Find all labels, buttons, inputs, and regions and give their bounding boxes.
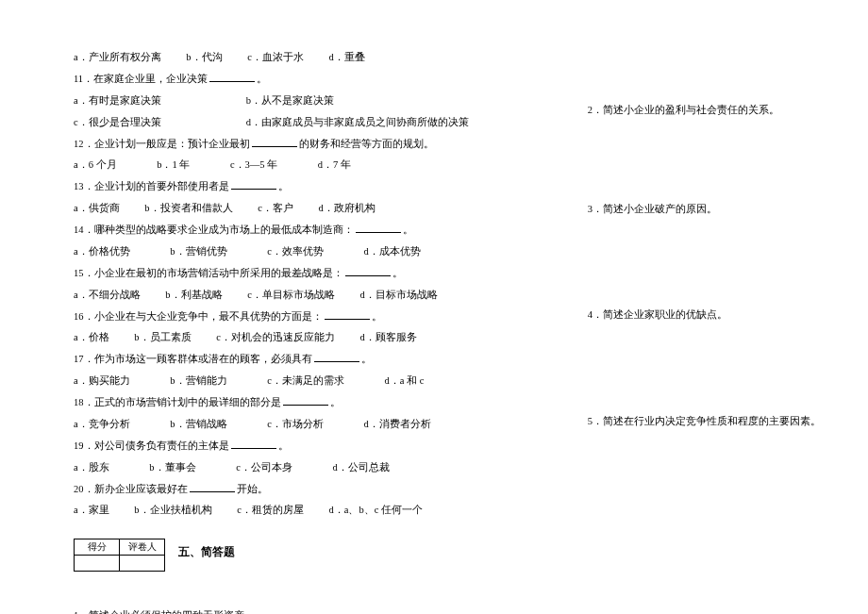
q12-stem: 12．企业计划一般应是：预计企业最初的财务和经营等方面的规划。	[74, 138, 550, 152]
q16-opt-d: d．顾客服务	[359, 332, 416, 342]
short-answer-q1: 1．简述企业必须保护的四种无形资产。	[74, 609, 550, 614]
blank	[356, 224, 401, 233]
q12-opt-a: a．6 个月	[74, 159, 117, 170]
short-answer-q4: 4．简述企业家职业的优缺点。	[588, 308, 849, 323]
q18-options: a．竞争分析 b．营销战略 c．市场分析 d．消费者分析	[74, 418, 550, 432]
blank	[190, 483, 235, 491]
q18-opt-b: b．营销战略	[170, 419, 226, 429]
q15-opt-b: b．利基战略	[165, 290, 222, 300]
q14-stem: 14．哪种类型的战略要求企业成为市场上的最低成本制造商：。	[74, 224, 550, 238]
section-title: 五、简答题	[178, 545, 235, 558]
q17-options: a．购买能力 b．营销能力 c．未满足的需求 d．a 和 c	[74, 374, 550, 389]
left-column: a．产业所有权分离 b．代沟 c．血浓于水 d．重叠 11．在家庭企业里，企业决…	[74, 51, 550, 614]
q20-stem: 20．新办企业应该最好在开始。	[74, 483, 550, 497]
q11-stem: 11．在家庭企业里，企业决策。	[74, 73, 550, 87]
q12-opt-d: d．7 年	[318, 159, 351, 170]
q11-opt-c: c．很少是合理决策	[74, 116, 243, 130]
q11-opt-a: a．有时是家庭决策	[74, 94, 243, 108]
q16-opt-b: b．员工素质	[134, 332, 191, 342]
q16-stem: 16．小企业在与大企业竞争中，最不具优势的方面是：。	[74, 310, 550, 324]
q16-options: a．价格 b．员工素质 c．对机会的迅速反应能力 d．顾客服务	[74, 331, 550, 345]
q14-opt-d: d．成本优势	[363, 246, 420, 257]
q11-opt-b: b．从不是家庭决策	[246, 95, 334, 106]
blank	[252, 138, 297, 146]
q15-stem: 15．小企业在最初的市场营销活动中所采用的最差战略是：。	[74, 267, 550, 281]
q13-stem: 13．企业计划的首要外部使用者是。	[74, 180, 550, 194]
q17-opt-c: c．未满足的需求	[267, 375, 344, 386]
q17-opt-b: b．营销能力	[170, 375, 226, 386]
blank	[209, 73, 255, 81]
q18-opt-d: d．消费者分析	[363, 419, 430, 429]
q11-opt-d: d．由家庭成员与非家庭成员之间协商所做的决策	[246, 117, 469, 127]
score-header-cell: 得分	[75, 539, 120, 556]
q10-options: a．产业所有权分离 b．代沟 c．血浓于水 d．重叠	[74, 51, 550, 65]
section-5-header: 得分 评卷人 五、简答题	[74, 533, 550, 572]
q19-opt-b: b．董事会	[149, 462, 195, 473]
q12-options: a．6 个月 b．1 年 c．3—5 年 d．7 年	[74, 158, 550, 173]
q19-stem: 19．对公司债务负有责任的主体是。	[74, 440, 550, 454]
q16-opt-c: c．对机会的迅速反应能力	[216, 332, 335, 342]
short-answer-q3: 3．简述小企业破产的原因。	[588, 203, 849, 217]
blank	[231, 440, 276, 448]
q14-opt-c: c．效率优势	[267, 246, 324, 257]
short-answer-q2: 2．简述小企业的盈利与社会责任的关系。	[588, 104, 849, 118]
q19-opt-d: d．公司总裁	[332, 462, 389, 473]
score-value-cell	[75, 556, 120, 572]
q13-opt-c: c．客户	[258, 203, 293, 213]
q19-opt-a: a．股东	[74, 462, 109, 473]
grader-header-cell: 评卷人	[120, 539, 165, 556]
q18-stem: 18．正式的市场营销计划中的最详细的部分是。	[74, 396, 550, 410]
q20-options: a．家里 b．企业扶植机构 c．租赁的房屋 d．a、b、c 任何一个	[74, 504, 550, 518]
q18-opt-a: a．竞争分析	[74, 419, 130, 429]
table-row: 得分 评卷人	[75, 539, 165, 556]
q13-opt-a: a．供货商	[74, 203, 120, 213]
blank	[314, 354, 359, 362]
q14-options: a．价格优势 b．营销优势 c．效率优势 d．成本优势	[74, 245, 550, 259]
blank	[231, 181, 276, 190]
q20-opt-d: d．a、b、c 任何一个	[328, 505, 422, 515]
grader-value-cell	[120, 556, 165, 572]
q13-options: a．供货商 b．投资者和借款人 c．客户 d．政府机构	[74, 202, 550, 216]
page-container: a．产业所有权分离 b．代沟 c．血浓于水 d．重叠 11．在家庭企业里，企业决…	[0, 0, 868, 614]
q10-opt-d: d．重叠	[328, 52, 364, 62]
q10-opt-b: b．代沟	[186, 52, 222, 62]
q12-opt-b: b．1 年	[157, 159, 190, 170]
q10-opt-c: c．血浓于水	[247, 52, 304, 62]
q16-opt-a: a．价格	[74, 332, 109, 342]
q15-opt-a: a．不细分战略	[74, 290, 141, 300]
q18-opt-c: c．市场分析	[267, 419, 324, 429]
blank	[325, 310, 370, 319]
q20-opt-b: b．企业扶植机构	[134, 505, 211, 515]
q15-options: a．不细分战略 b．利基战略 c．单目标市场战略 d．目标市场战略	[74, 289, 550, 303]
q13-opt-d: d．政府机构	[318, 203, 375, 213]
q17-opt-a: a．购买能力	[74, 375, 130, 386]
q13-opt-b: b．投资者和借款人	[144, 203, 232, 213]
blank	[283, 397, 328, 406]
q17-opt-d: d．a 和 c	[384, 375, 424, 386]
q19-opt-c: c．公司本身	[236, 462, 292, 473]
q20-opt-c: c．租赁的房屋	[237, 505, 304, 515]
q15-opt-d: d．目标市场战略	[359, 290, 437, 300]
q20-opt-a: a．家里	[74, 505, 109, 515]
q12-opt-c: c．3—5 年	[230, 159, 277, 170]
q19-options: a．股东 b．董事会 c．公司本身 d．公司总裁	[74, 461, 550, 475]
score-table: 得分 评卷人	[74, 539, 165, 572]
q11-opts-row1: a．有时是家庭决策 b．从不是家庭决策	[74, 94, 550, 108]
q14-opt-a: a．价格优势	[74, 246, 130, 257]
right-column: 2．简述小企业的盈利与社会责任的关系。 3．简述小企业破产的原因。 4．简述企业…	[588, 51, 849, 614]
q14-opt-b: b．营销优势	[170, 246, 226, 257]
short-answer-q5: 5．简述在行业内决定竞争性质和程度的主要因素。	[588, 415, 849, 429]
q10-opt-a: a．产业所有权分离	[74, 52, 161, 62]
q15-opt-c: c．单目标市场战略	[247, 290, 335, 300]
q17-stem: 17．作为市场这一顾客群体或潜在的顾客，必须具有。	[74, 353, 550, 367]
blank	[345, 267, 391, 275]
table-row	[75, 556, 165, 572]
q11-opts-row2: c．很少是合理决策 d．由家庭成员与非家庭成员之间协商所做的决策	[74, 116, 550, 130]
